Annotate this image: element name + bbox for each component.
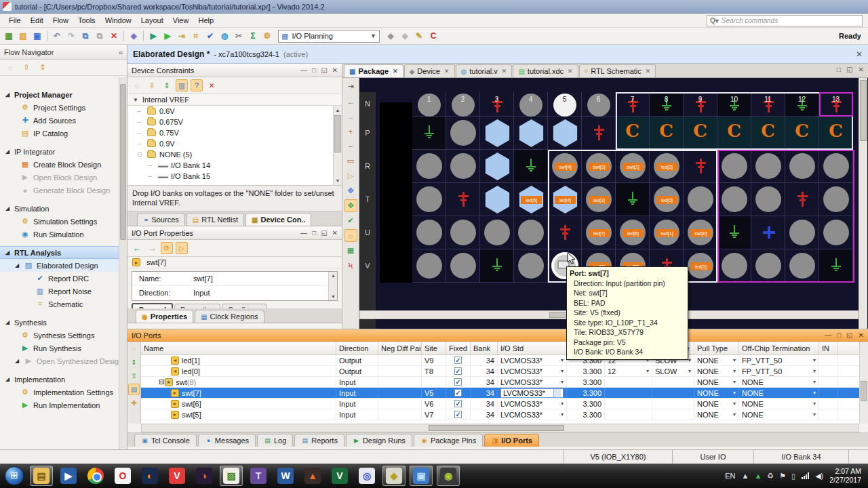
chevron-down-icon[interactable]: ▾ [553,389,561,397]
internal-vref-header[interactable]: ▼ Internal VREF [127,94,342,106]
tree-expander-icon[interactable]: ⊟ [159,378,165,386]
run-icon[interactable]: ▶ [161,30,174,42]
pin-U3[interactable] [480,216,514,249]
show-properties-icon[interactable]: ▥ [176,79,188,92]
item-expander-icon[interactable]: ◢ [15,262,20,268]
opera-icon[interactable]: O [111,466,134,486]
io-port-row-swt-6-[interactable]: ▸swt[6]InputV6✓34LVCMOS33*▾3.300NONE▾NON… [141,399,859,409]
item-expander-icon[interactable]: ◢ [15,358,20,364]
pin-V3[interactable] [480,249,514,283]
tab-design-runs[interactable]: ▶Design Runs [346,434,412,447]
back-icon[interactable]: ← [131,242,143,254]
copy-icon[interactable]: ⧉ [79,30,92,42]
perspective-select[interactable]: ▦ I/O Planning ▼ [278,30,380,43]
world-icon[interactable]: ◍ [218,30,231,42]
banner-close-icon[interactable]: ✕ [856,49,863,59]
pin-icon[interactable]: Ϟ [344,259,357,272]
pin-T5[interactable]: led[4] [548,183,582,216]
pin-V12[interactable] [785,249,819,283]
menu-view[interactable]: View [168,15,194,26]
pin-V10[interactable] [717,249,751,283]
tab-messages[interactable]: ●Messages [198,434,256,447]
pin-N11[interactable]: 11 [751,92,785,117]
chevron-down-icon[interactable]: ▾ [561,368,564,374]
tab-tutorial.v[interactable]: ◍tutorial.v✕ [456,64,513,77]
fixed-checkbox[interactable]: ✓ [454,411,462,418]
chevron-down-icon[interactable]: ▾ [733,401,736,407]
pin-N13[interactable]: 13 [819,92,853,117]
float-icon[interactable]: ◱ [846,331,852,339]
collapse-all-icon[interactable]: ⇳ [128,370,140,382]
move-icon[interactable]: ✥ [344,184,357,197]
schematic-icon[interactable]: ⌗ [190,30,202,42]
chevron-down-icon[interactable]: ▾ [733,379,736,385]
close-icon[interactable]: ✕ [332,229,338,237]
float-icon[interactable]: ◱ [321,66,327,74]
pin-V2[interactable] [446,249,480,283]
group-view-icon[interactable]: ▤ [128,384,140,395]
clock[interactable]: 2:07 AM 2/27/2017 [829,467,861,485]
flow-navigator-scrollbar[interactable] [119,77,127,449]
flow-item-generate-block-design[interactable]: ●Generate Block Design [0,184,119,197]
explorer-icon[interactable]: ▤ [30,466,53,486]
pin-R9[interactable] [684,150,717,183]
scissors-icon[interactable]: ✂ [233,30,245,42]
firefox-dev-icon[interactable]: ◑ [193,466,216,486]
tab-clock-regions[interactable]: ▦Clock Regions [195,310,264,323]
pin-U7[interactable]: led[6] [616,216,650,249]
pin-T6[interactable]: led[3] [582,183,616,216]
close-tab-icon[interactable]: ✕ [646,68,651,75]
expand-tree-icon[interactable]: ⇕ [37,62,49,74]
collapse-tree-icon[interactable]: ⇳ [20,62,33,74]
flow-item-synthesis-settings[interactable]: ⚙Synthesis Settings [0,329,119,342]
autoupdate-icon[interactable]: ⟳ [161,242,173,254]
vref-folder-0.75V[interactable]: ─0.75V [127,127,342,138]
delete-icon[interactable]: ✕ [108,30,120,42]
vref-folder-0.9V[interactable]: ─0.9V [127,138,342,149]
flag-icon[interactable]: ⚑ [779,472,786,481]
flow-item-project-settings[interactable]: ⚙Project Settings [0,101,119,114]
minimize-icon[interactable]: — [825,331,831,339]
pin-P4[interactable] [514,117,548,150]
pin-N12[interactable]: 12 [785,92,819,117]
vref-bank-i-o-bank-15[interactable]: ─▬▬I/O Bank 15 [127,171,342,182]
pin-R1[interactable] [412,150,446,183]
menu-edit[interactable]: Edit [26,15,48,26]
flow-item-report-drc[interactable]: ✔Report DRC [0,272,119,285]
sum-icon[interactable]: Σ [247,30,259,42]
check-icon[interactable]: ✔ [344,214,357,227]
matlab-icon[interactable]: ▲ [301,466,324,486]
probe-icon[interactable]: ◌ [344,229,357,242]
pin-P3[interactable] [480,117,514,150]
modelsim-icon[interactable]: V [328,466,351,486]
tab-properties[interactable]: ◉Properties [136,310,193,323]
chevron-down-icon[interactable]: ▾ [688,368,691,374]
photos-icon[interactable]: ▣ [410,466,433,486]
column-header-in[interactable]: IN [819,342,838,354]
pin-U1[interactable] [412,216,446,249]
flow-item-simulation-settings[interactable]: ⚙Simulation Settings [0,215,119,228]
vref-folder-0.675V[interactable]: ─0.675V [127,117,342,127]
chevron-down-icon[interactable]: ▾ [733,411,736,418]
flow-item-run-simulation[interactable]: ◉Run Simulation [0,228,119,241]
redo-icon[interactable]: ↷ [65,30,77,42]
autofit-icon[interactable]: ✥ [344,199,357,212]
save-icon[interactable]: ▣ [31,30,43,42]
word-icon[interactable]: W [274,466,297,486]
menu-flow[interactable]: Flow [48,15,73,26]
undo-icon[interactable]: ↶ [51,30,63,42]
pin-N2[interactable]: 2 [446,92,480,117]
pin-T12[interactable] [785,183,819,216]
gdrive-icon[interactable]: ▲ [754,472,762,480]
search-icon[interactable]: ◌ [4,62,16,74]
flow-item-open-synthesized-desig[interactable]: ◢▶Open Synthesized Desig [0,354,119,367]
chevron-down-icon[interactable]: ▾ [646,368,649,374]
pin-T13[interactable] [819,183,853,216]
pin-P9[interactable]: C [684,117,717,150]
flow-item-schematic[interactable]: ⌗Schematic [0,298,119,310]
pin-T4[interactable]: led[5] [514,183,548,216]
flow-item-elaborated-design[interactable]: ◢▨Elaborated Design [0,259,119,272]
pin-T3[interactable] [480,183,514,216]
select-icon[interactable]: ▷ [344,169,357,182]
back-icon[interactable]: ← [344,95,357,108]
